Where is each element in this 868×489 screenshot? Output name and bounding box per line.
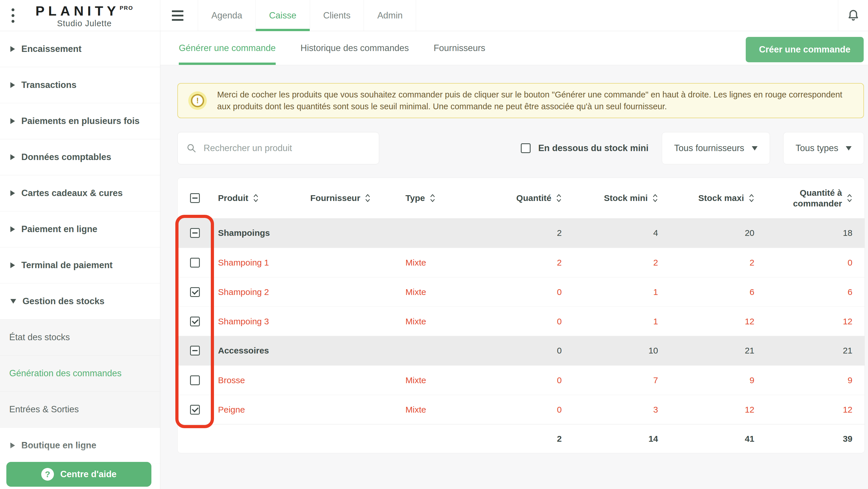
- below-stock-mini-label: En dessous du stock mini: [538, 143, 648, 153]
- row-checkbox[interactable]: [190, 316, 200, 326]
- row-checkbox[interactable]: [190, 405, 200, 415]
- search-box: [177, 132, 379, 164]
- nav-tab-admin[interactable]: Admin: [364, 0, 416, 31]
- stock-maxi-cell: 9: [670, 366, 767, 395]
- header-spacer: [416, 0, 838, 31]
- col-header-type[interactable]: Type: [405, 178, 477, 218]
- stock-mini-cell: 10: [574, 336, 670, 365]
- stock-mini-cell: 2: [574, 248, 670, 277]
- type-cell: Mixte: [405, 366, 477, 395]
- row-checkbox[interactable]: [190, 375, 200, 385]
- sidebar-item-transactions[interactable]: Transactions: [0, 67, 160, 103]
- type-cell: [405, 218, 477, 248]
- chevron-right-icon: [10, 190, 15, 196]
- row-checkbox[interactable]: [190, 258, 200, 268]
- row-checkbox-cell: [178, 277, 212, 306]
- sidebar-item-donnees-comptables[interactable]: Données comptables: [0, 139, 160, 175]
- quantity-cell: 2: [477, 248, 574, 277]
- table-row-shampoing-1: Shampoing 1Mixte2220: [178, 248, 865, 277]
- supplier-filter-value: Tous fournisseurs: [674, 143, 744, 153]
- brand-pro-badge: PRO: [120, 5, 133, 11]
- quantity-cell: 0: [477, 336, 574, 365]
- warning-icon: !: [188, 91, 207, 110]
- sidebar: EncaissementTransactionsPaiements en plu…: [0, 31, 160, 489]
- notifications-button[interactable]: [838, 0, 868, 31]
- quantity-cell: 2: [477, 218, 574, 248]
- sidebar-subitem-entrees-sorties[interactable]: Entrées & Sorties: [0, 392, 160, 428]
- col-header-stock-mini[interactable]: Stock mini: [574, 178, 670, 218]
- table-body: Shampoings242018Shampoing 1Mixte2220Sham…: [178, 218, 865, 424]
- type-cell: Mixte: [405, 277, 477, 306]
- sort-icon[interactable]: [556, 193, 562, 203]
- sidebar-item-encaissement[interactable]: Encaissement: [0, 31, 160, 67]
- type-cell: Mixte: [405, 248, 477, 277]
- table-row-shampoings: Shampoings242018: [178, 218, 865, 248]
- table-row-shampoing-2: Shampoing 2Mixte0166: [178, 277, 865, 306]
- product-name-cell: Peigne: [212, 395, 310, 424]
- quantity-cell: 0: [477, 307, 574, 336]
- chevron-right-icon: [10, 263, 15, 268]
- to-order-cell: 6: [767, 277, 865, 306]
- top-header: PLANITYPRO Studio Julette AgendaCaisseCl…: [0, 0, 868, 31]
- subnav-tab-historique-des-commandes[interactable]: Historique des commandes: [301, 31, 409, 65]
- row-checkbox[interactable]: [190, 228, 200, 238]
- salon-name: Studio Julette: [9, 19, 160, 28]
- sort-icon[interactable]: [847, 193, 852, 203]
- hamburger-menu-button[interactable]: [160, 0, 198, 31]
- to-order-cell: 18: [767, 218, 865, 248]
- sidebar-item-terminal-de-paiement[interactable]: Terminal de paiement: [0, 247, 160, 283]
- subnav-tab-fournisseurs[interactable]: Fournisseurs: [434, 31, 485, 65]
- sidebar-item-paiement-en-ligne[interactable]: Paiement en ligne: [0, 211, 160, 247]
- table-header-row: Produit Fournisseur Type: [178, 178, 865, 218]
- stock-mini-cell: 4: [574, 218, 670, 248]
- below-stock-mini-filter[interactable]: En dessous du stock mini: [521, 143, 648, 153]
- help-center-button[interactable]: ? Centre d'aide: [6, 462, 151, 487]
- col-header-quantite-a-commander[interactable]: Quantité à commander: [767, 178, 865, 218]
- select-all-checkbox[interactable]: [190, 193, 200, 203]
- create-order-button[interactable]: Créer une commande: [746, 37, 864, 62]
- row-checkbox[interactable]: [190, 346, 200, 356]
- col-header-quantite[interactable]: Quantité: [477, 178, 574, 218]
- nav-tab-agenda[interactable]: Agenda: [198, 0, 255, 31]
- product-name-cell: Shampoing 1: [212, 248, 310, 277]
- col-header-stock-maxi[interactable]: Stock maxi: [670, 178, 767, 218]
- supplier-filter-dropdown[interactable]: Tous fournisseurs: [662, 132, 770, 164]
- search-input[interactable]: [204, 143, 370, 153]
- chevron-down-icon: [752, 146, 757, 151]
- sort-icon[interactable]: [430, 193, 435, 203]
- search-icon: [186, 143, 197, 153]
- supplier-cell: [310, 218, 405, 248]
- sidebar-item-cartes-cadeaux-cures[interactable]: Cartes cadeaux & cures: [0, 175, 160, 211]
- sidebar-subitem-generation-des-commandes[interactable]: Génération des commandes: [0, 356, 160, 392]
- help-icon: ?: [41, 468, 54, 481]
- type-filter-dropdown[interactable]: Tous types: [783, 132, 864, 164]
- below-stock-mini-checkbox[interactable]: [521, 143, 531, 153]
- sort-icon[interactable]: [365, 193, 371, 203]
- nav-tab-caisse[interactable]: Caisse: [255, 0, 310, 31]
- sidebar-item-label: Transactions: [21, 80, 76, 90]
- type-cell: Mixte: [405, 307, 477, 336]
- sort-icon[interactable]: [749, 193, 754, 203]
- col-header-fournisseur[interactable]: Fournisseur: [310, 178, 405, 218]
- main-nav-tabs: AgendaCaisseClientsAdmin: [198, 0, 416, 31]
- col-header-produit[interactable]: Produit: [212, 178, 310, 218]
- subnav-tab-generer-une-commande[interactable]: Générer une commande: [179, 31, 276, 65]
- chevron-down-icon: [10, 299, 16, 304]
- supplier-cell: [310, 366, 405, 395]
- subnav-bar: Générer une commandeHistorique des comma…: [160, 31, 868, 65]
- kebab-menu-button[interactable]: [11, 8, 14, 23]
- stock-maxi-cell: 2: [670, 248, 767, 277]
- row-checkbox-cell: [178, 218, 212, 248]
- sort-icon[interactable]: [253, 193, 259, 203]
- top-nav: AgendaCaisseClientsAdmin: [160, 0, 868, 31]
- to-order-cell: 9: [767, 366, 865, 395]
- sidebar-item-gestion-des-stocks[interactable]: Gestion des stocks: [0, 283, 160, 319]
- row-checkbox[interactable]: [190, 287, 200, 297]
- supplier-cell: [310, 395, 405, 424]
- sort-icon[interactable]: [652, 193, 658, 203]
- stock-mini-cell: 1: [574, 307, 670, 336]
- sidebar-item-paiements-en-plusieurs-fois[interactable]: Paiements en plusieurs fois: [0, 103, 160, 139]
- nav-tab-clients[interactable]: Clients: [310, 0, 364, 31]
- type-cell: Mixte: [405, 395, 477, 424]
- sidebar-subitem-etat-des-stocks[interactable]: État des stocks: [0, 319, 160, 356]
